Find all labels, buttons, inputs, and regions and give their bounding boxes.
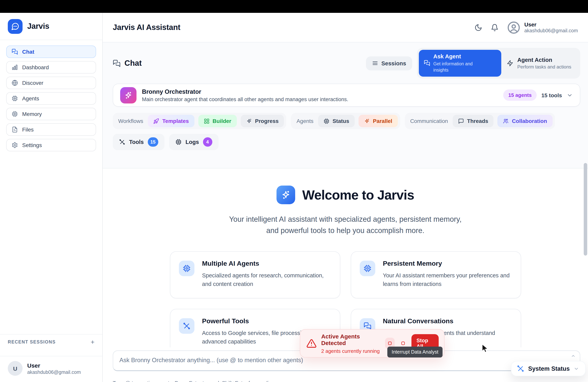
orchestrator-card[interactable]: Bronny Orchestrator Main orchestrator ag…	[113, 84, 580, 106]
sessions-button[interactable]: Sessions	[366, 56, 412, 70]
mode-switcher: Ask Agent Get information and insights A…	[417, 48, 580, 79]
crossed-tools-icon	[517, 365, 524, 372]
agent-action-mode-button[interactable]: Agent Action Perform tasks and actions	[502, 50, 578, 77]
cpu-icon	[179, 261, 194, 276]
sidebar-item-discover[interactable]: Discover	[6, 77, 96, 89]
orchestrator-description: Main orchestrator agent that coordinates…	[142, 96, 348, 102]
sidebar-item-label: Chat	[22, 49, 34, 55]
tab-group-workflows: Workflows Templates Builder	[113, 113, 286, 129]
chevron-down-icon	[574, 366, 579, 371]
sidebar-nav: Chat Dashboard Discover	[0, 40, 102, 157]
page-title: Jarvis AI Assistant	[113, 23, 180, 32]
tab-status[interactable]: Status	[318, 115, 355, 127]
orchestrator-sparkles-icon	[120, 87, 136, 103]
sidebar: Jarvis Chat Dashboard	[0, 13, 103, 382]
tab-templates[interactable]: Templates	[148, 115, 194, 127]
orchestrator-name: Bronny Orchestrator	[142, 88, 348, 95]
file-icon	[12, 127, 18, 133]
rocket-icon	[153, 118, 159, 124]
alert-subtitle: 2 agents currently running	[321, 348, 380, 354]
sidebar-item-dashboard[interactable]: Dashboard	[6, 61, 96, 74]
agents-count-badge: 15 agents	[503, 89, 537, 101]
users-icon	[503, 118, 509, 124]
chip-icon	[175, 139, 182, 145]
interrupt-tooltip: Interrupt Data Analyst	[387, 347, 442, 358]
crossed-tools-icon	[119, 139, 125, 145]
tools-count-badge: 15	[147, 137, 158, 147]
sidebar-item-label: Dashboard	[22, 64, 49, 70]
main-area: Jarvis AI Assistant User aka	[103, 13, 588, 382]
gear-icon	[12, 142, 18, 148]
grid-icon	[204, 118, 210, 124]
lightning-icon	[507, 60, 514, 66]
chat-controls-band: Chat Sessions	[103, 42, 588, 169]
speech-bubble-icon	[458, 118, 464, 124]
crossed-tools-icon	[179, 318, 194, 334]
tools-button[interactable]: Tools 15	[113, 134, 165, 150]
add-session-button[interactable]: +	[91, 340, 94, 345]
sidebar-item-settings[interactable]: Settings	[6, 139, 96, 151]
welcome-subtitle: Your intelligent AI assistant with speci…	[225, 213, 465, 236]
app-logo[interactable]: Jarvis	[0, 13, 102, 40]
tab-parallel[interactable]: Parallel	[358, 115, 398, 127]
recent-sessions-section: RECENT SESSIONS +	[0, 334, 102, 356]
logs-button[interactable]: Logs 4	[169, 134, 218, 150]
welcome-sparkles-icon	[276, 186, 295, 204]
chat-icon	[12, 49, 18, 55]
chat-section-icon	[113, 59, 121, 67]
chat-bubble-icon	[424, 60, 430, 73]
sidebar-item-files[interactable]: Files	[6, 123, 96, 136]
sidebar-item-label: Discover	[22, 80, 43, 86]
bar-chart-icon	[12, 64, 18, 70]
notifications-bell-icon[interactable]	[491, 23, 499, 31]
system-status-button[interactable]: System Status	[511, 361, 586, 376]
recent-sessions-label: RECENT SESSIONS	[8, 340, 56, 344]
tab-builder[interactable]: Builder	[198, 115, 237, 127]
chevron-up-icon[interactable]	[571, 354, 576, 358]
sparkles-icon	[246, 118, 252, 124]
ask-agent-mode-button[interactable]: Ask Agent Get information and insights	[419, 50, 502, 77]
header-user-menu[interactable]: User akashdub06@gmail.com	[507, 21, 578, 34]
user-email: akashdub06@gmail.com	[27, 369, 81, 375]
top-black-bar	[0, 0, 588, 13]
memory-chip-icon	[359, 261, 375, 276]
quick-buttons-row: Tools 15 Logs 4	[113, 134, 580, 150]
welcome-title: Welcome to Jarvis	[302, 187, 414, 202]
sidebar-item-memory[interactable]: Memory	[6, 108, 96, 120]
user-name: User	[27, 362, 81, 369]
dark-mode-toggle[interactable]	[474, 23, 482, 31]
sidebar-item-label: Settings	[22, 142, 42, 148]
sidebar-user[interactable]: U User akashdub06@gmail.com	[0, 356, 102, 382]
system-status-label: System Status	[528, 365, 570, 372]
sidebar-item-label: Files	[22, 127, 34, 133]
tab-progress[interactable]: Progress	[241, 115, 284, 127]
composer-helper-text: Type @ to mention agents. Press Enter to…	[113, 380, 580, 382]
feature-card-multiple-agents: Multiple AI Agents Specialized agents fo…	[170, 251, 340, 298]
app-window: Jarvis Chat Dashboard	[0, 0, 588, 382]
jarvis-logo-icon	[8, 19, 22, 34]
alert-title: Active Agents Detected	[321, 333, 380, 346]
chat-section-title: Chat	[125, 59, 142, 68]
header-user-email: akashdub06@gmail.com	[524, 28, 578, 33]
tab-threads[interactable]: Threads	[453, 115, 494, 127]
user-avatar-icon	[507, 21, 520, 34]
scrollbar-thumb[interactable]	[584, 163, 587, 255]
warning-triangle-icon	[306, 338, 316, 348]
header-user-name: User	[524, 21, 578, 28]
memory-chip-icon	[12, 111, 18, 117]
feature-card-persistent-memory: Persistent Memory Your AI assistant reme…	[351, 251, 521, 298]
tab-collaboration[interactable]: Collaboration	[498, 115, 552, 127]
sidebar-item-chat[interactable]: Chat	[6, 45, 96, 58]
sidebar-item-agents[interactable]: Agents	[6, 92, 96, 105]
cpu-icon	[324, 118, 329, 124]
sidebar-item-label: Memory	[22, 111, 42, 117]
app-name: Jarvis	[27, 22, 49, 31]
cpu-icon	[12, 95, 18, 102]
sidebar-item-label: Agents	[22, 95, 39, 102]
tab-group-agents: Agents Status Parallel	[291, 113, 400, 129]
tab-group-communication: Communication Threads Collaboration	[405, 113, 555, 129]
tab-groups-row: Workflows Templates Builder	[113, 113, 580, 129]
tools-count-label: 15 tools	[541, 92, 562, 98]
chevron-down-icon[interactable]	[567, 92, 573, 98]
logs-count-badge: 4	[203, 137, 212, 147]
